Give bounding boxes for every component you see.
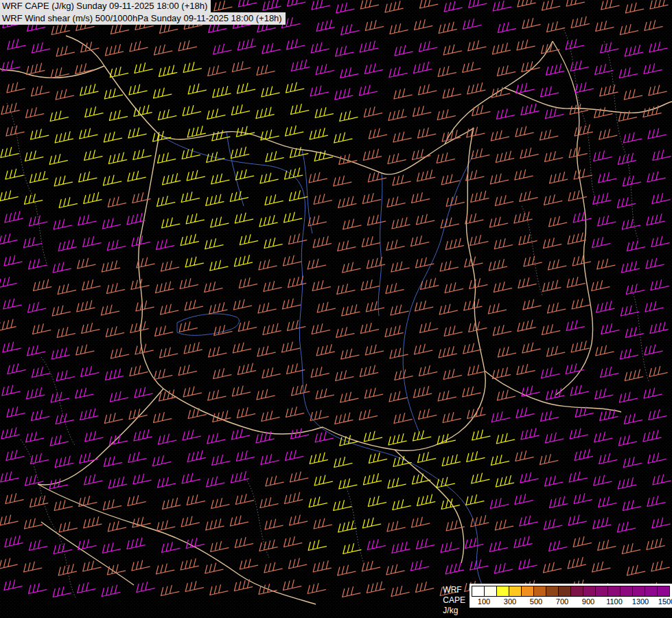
legend-tick-1100: 1100 — [606, 597, 623, 606]
legend-tick-1300: 1300 — [632, 597, 649, 606]
legend-tick-900: 900 — [582, 597, 594, 606]
legend-swatch-9 — [583, 586, 596, 597]
legend-label-unit: J/kg — [443, 606, 465, 616]
legend-tick-300: 300 — [504, 597, 516, 606]
map-title-line1: WRF CAPE (J/kg) Sunday 09-11-2025 18:00 … — [0, 0, 211, 12]
legend-label-wrf: WRF — [443, 585, 465, 595]
legend-swatch-13 — [632, 586, 645, 597]
legend-tick-row: 100300500700900110013001500 — [472, 597, 670, 607]
legend-tick-500: 500 — [530, 597, 542, 606]
legend-color-strip: 100300500700900110013001500 — [470, 584, 672, 608]
legend-swatch-row — [472, 586, 670, 597]
legend-swatch-4 — [521, 586, 534, 597]
legend-swatch-3 — [509, 586, 522, 597]
legend-swatch-0 — [472, 586, 485, 597]
wind-barb-map — [0, 0, 672, 618]
legend-swatch-10 — [595, 586, 608, 597]
legend-swatch-6 — [546, 586, 559, 597]
legend-label-cape: CAPE — [443, 595, 465, 606]
legend-swatch-7 — [558, 586, 571, 597]
legend-swatch-8 — [570, 586, 583, 597]
legend-tick-100: 100 — [478, 597, 490, 606]
cape-legend: WRF CAPE J/kg 10030050070090011001300150… — [443, 584, 672, 616]
legend-swatch-5 — [533, 586, 546, 597]
legend-swatch-2 — [496, 586, 509, 597]
legend-swatch-1 — [484, 586, 497, 597]
legend-swatch-15 — [657, 586, 670, 597]
legend-label-block: WRF CAPE J/kg — [443, 584, 465, 616]
legend-swatch-12 — [620, 586, 633, 597]
map-title-line2: WRF Wind shear (m/s) 500/1000hPa Sunday … — [0, 12, 286, 25]
legend-tick-1500: 1500 — [658, 597, 672, 606]
legend-swatch-11 — [607, 586, 621, 597]
legend-tick-700: 700 — [556, 597, 568, 606]
map-title-bar: WRF CAPE (J/kg) Sunday 09-11-2025 18:00 … — [0, 0, 286, 25]
legend-swatch-14 — [645, 586, 658, 597]
weather-map-stage: WRF CAPE (J/kg) Sunday 09-11-2025 18:00 … — [0, 0, 672, 618]
